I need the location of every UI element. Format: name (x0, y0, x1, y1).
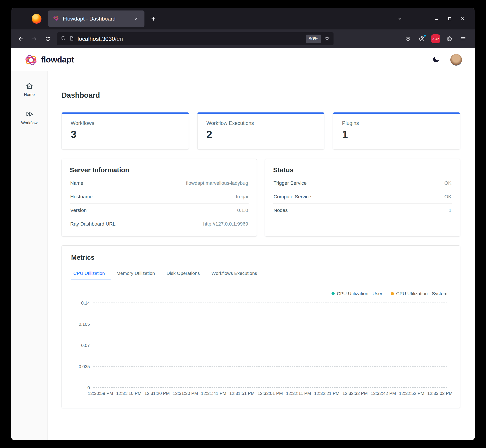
tab-strip: Flowdapt - Dashboard (11, 8, 475, 29)
back-button[interactable] (15, 33, 27, 45)
url-text[interactable]: localhost:3030/en (78, 35, 123, 42)
chart-legend: CPU Utilization - User CPU Utilization -… (71, 291, 451, 296)
kv-label: Nodes (274, 208, 288, 213)
kv-label: Name (70, 180, 83, 186)
cpu-utilization-chart: 00.0350.070.1050.14 12:30:59 PM12:31:10 … (71, 303, 451, 399)
url-host: localhost:3030 (78, 35, 115, 42)
stat-card-workflows: Workflows 3 (62, 112, 189, 150)
x-tick-label: 12:31:30 PM (173, 391, 198, 396)
y-tick-label: 0.035 (79, 364, 90, 369)
sidebar-item-label: Home (24, 92, 35, 97)
brand-text: flowdapt (41, 55, 74, 64)
new-tab-button[interactable] (148, 13, 159, 24)
card-title: Server Information (70, 166, 249, 174)
kv-label: Ray Dashboard URL (70, 221, 116, 227)
status-row-compute-service: Compute Service OK (273, 190, 452, 204)
url-bar[interactable]: localhost:3030/en 80% (57, 32, 334, 45)
chart-xlabels: 12:30:59 PM12:31:10 PM12:31:20 PM12:31:3… (94, 388, 447, 399)
kv-label: Trigger Service (274, 180, 306, 186)
x-tick-label: 12:32:01 PM (258, 391, 283, 396)
maximize-button[interactable] (443, 13, 456, 24)
tab-cpu-utilization[interactable]: CPU Utilization (71, 267, 110, 280)
firefox-icon[interactable] (32, 14, 41, 24)
adblock-icon[interactable]: ABP (430, 33, 441, 45)
metrics-tabs: CPU Utilization Memory Utilization Disk … (71, 267, 451, 280)
x-tick-label: 12:30:59 PM (88, 391, 113, 396)
server-row-hostname: Hostname freqai (70, 190, 249, 204)
status-row-trigger-service: Trigger Service OK (273, 176, 452, 190)
app-header: flowdapt (11, 48, 475, 72)
sidebar: Home Workflow (11, 72, 48, 440)
window-controls (430, 13, 469, 24)
x-tick-label: 12:32:42 PM (371, 391, 396, 396)
kv-value: http://127.0.0.1:9969 (203, 221, 248, 227)
chevron-down-icon[interactable] (394, 13, 406, 24)
x-tick-label: 12:32:11 PM (286, 391, 311, 396)
legend-dot-system (391, 292, 394, 295)
stat-card-plugins: Plugins 1 (333, 112, 460, 150)
kv-value: OK (444, 194, 451, 200)
kv-label: Version (70, 208, 86, 213)
sidebar-item-workflow[interactable]: Workflow (11, 110, 47, 125)
card-title: Status (273, 166, 452, 174)
tab-workflows-executions[interactable]: Workflows Executions (205, 267, 263, 280)
pocket-icon[interactable] (402, 33, 414, 45)
y-tick-label: 0.07 (81, 343, 90, 348)
shield-icon[interactable] (61, 36, 66, 42)
kv-value: flowdapt.marvellous-ladybug (186, 180, 248, 186)
kv-value: OK (444, 180, 451, 186)
dark-mode-moon-icon[interactable] (432, 55, 440, 64)
extensions-puzzle-icon[interactable] (444, 33, 455, 45)
metrics-card: Metrics CPU Utilization Memory Utilizati… (62, 245, 460, 408)
chart-bars (94, 303, 447, 388)
server-information-card: Server Information Name flowdapt.marvell… (62, 159, 257, 237)
reload-button[interactable] (42, 33, 54, 45)
user-avatar[interactable] (450, 54, 462, 66)
stat-card-workflow-executions: Workflow Executions 2 (197, 112, 325, 150)
stat-label: Plugins (342, 120, 451, 126)
url-path: /en (115, 35, 123, 42)
legend-item-user: CPU Utilization - User (331, 291, 382, 296)
y-tick-label: 0 (87, 385, 90, 391)
sidebar-item-home[interactable]: Home (11, 82, 47, 97)
x-tick-label: 12:31:41 PM (201, 391, 226, 396)
toolbar-right: ABP (402, 33, 471, 45)
page-info-icon[interactable] (69, 36, 74, 42)
forward-button[interactable] (29, 33, 40, 45)
stat-label: Workflow Executions (206, 120, 315, 126)
info-cards-row: Server Information Name flowdapt.marvell… (62, 159, 460, 237)
menu-hamburger-icon[interactable] (457, 33, 469, 45)
status-row-nodes: Nodes 1 (273, 204, 452, 217)
flowdapt-logo[interactable]: flowdapt (24, 53, 74, 67)
tabstrip-right (394, 13, 475, 24)
header-right (432, 54, 462, 66)
account-icon[interactable] (416, 33, 428, 45)
tab-memory-utilization[interactable]: Memory Utilization (110, 267, 161, 280)
y-tick-label: 0.14 (81, 301, 90, 306)
legend-item-system: CPU Utilization - System (391, 291, 447, 296)
x-tick-label: 12:32:32 PM (342, 391, 368, 396)
app-body: Home Workflow Dashboard Workflows 3 Work… (11, 72, 475, 440)
notification-dot (423, 34, 426, 37)
flowdapt-app: flowdapt Home Workflow (11, 48, 475, 440)
browser-tab[interactable]: Flowdapt - Dashboard (48, 10, 144, 27)
main-content: Dashboard Workflows 3 Workflow Execution… (48, 72, 475, 440)
tab-disk-operations[interactable]: Disk Operations (161, 267, 205, 280)
tab-close-icon[interactable] (133, 15, 140, 23)
nav-toolbar: localhost:3030/en 80% ABP (11, 29, 475, 48)
x-tick-label: 12:31:20 PM (144, 391, 170, 396)
legend-dot-user (331, 292, 335, 295)
bookmark-star-icon[interactable] (324, 35, 330, 42)
zoom-indicator[interactable]: 80% (306, 35, 321, 43)
stat-value: 3 (71, 128, 180, 140)
minimize-button[interactable] (430, 13, 443, 24)
close-button[interactable] (456, 13, 469, 24)
stat-value: 1 (342, 128, 451, 140)
legend-label: CPU Utilization - System (396, 291, 447, 296)
tab-title: Flowdapt - Dashboard (63, 16, 133, 22)
kv-value: freqai (236, 194, 248, 200)
x-tick-label: 12:32:52 PM (399, 391, 424, 396)
server-row-name: Name flowdapt.marvellous-ladybug (70, 176, 249, 190)
kv-label: Compute Service (274, 194, 311, 200)
stat-cards-row: Workflows 3 Workflow Executions 2 Plugin… (62, 112, 460, 150)
